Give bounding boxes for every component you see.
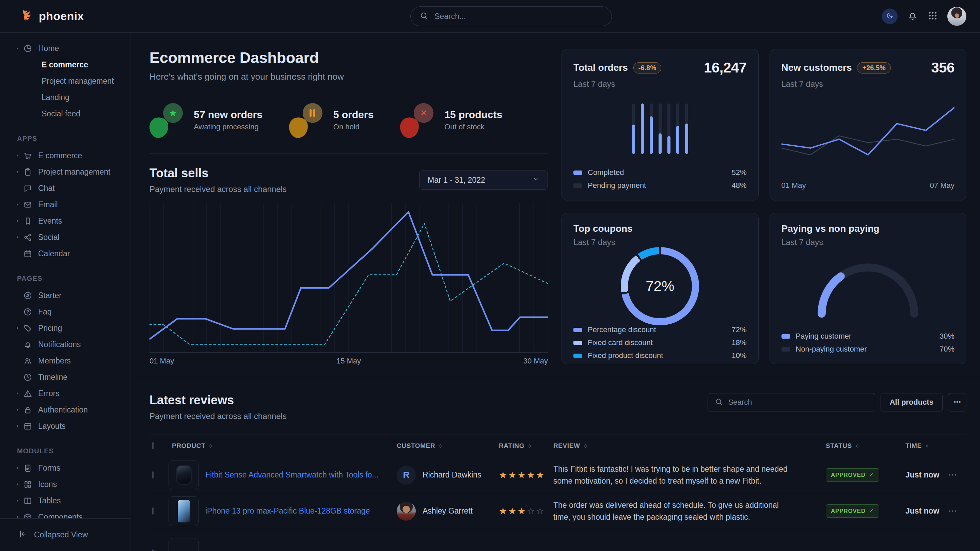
sidebar-item-e-commerce-home[interactable]: E commerce <box>0 57 130 73</box>
row-actions-button[interactable]: ⋯ <box>948 506 966 516</box>
collapse-sidebar-button[interactable]: Collapsed View <box>0 518 130 551</box>
grid4-icon <box>23 480 36 489</box>
legend-label: Paying customer <box>796 332 852 341</box>
sidebar-item-forms[interactable]: Forms <box>0 460 130 476</box>
sidebar-item-social[interactable]: Social <box>0 229 130 245</box>
reviews-search-input[interactable] <box>728 397 868 407</box>
sidebar-item-landing[interactable]: Landing <box>0 89 130 105</box>
row-actions-button[interactable]: ⋯ <box>948 470 966 480</box>
sidebar-item-pricing[interactable]: Pricing <box>0 320 130 336</box>
all-products-button[interactable]: All products <box>881 393 943 411</box>
caret-right-icon <box>16 154 23 157</box>
total-sells-subtitle: Payment received across all channels <box>150 184 287 194</box>
row-checkbox[interactable] <box>152 472 154 478</box>
theme-toggle-button[interactable] <box>882 8 897 24</box>
product-thumbnail[interactable] <box>169 460 199 490</box>
sidebar-item-project-management[interactable]: Project management <box>0 164 130 180</box>
cube-icon <box>23 513 36 519</box>
stat-value: 57 new orders <box>194 109 262 121</box>
legend-label: Non-paying customer <box>796 345 867 354</box>
new-customers-card: New customers +26.5% 356 Last 7 days 01 … <box>770 49 967 200</box>
legend-swatch <box>781 347 790 352</box>
card-value: 356 <box>931 60 955 76</box>
sidebar-item-label: Home <box>38 44 59 53</box>
table-row: iPhone 13 pro max-Pacific Blue-128GB sto… <box>150 493 966 529</box>
product-link[interactable]: iPhone 13 pro max-Pacific Blue-128GB sto… <box>203 505 397 516</box>
column-header-customer[interactable]: CUSTOMER <box>397 442 499 449</box>
sidebar-item-layouts[interactable]: Layouts <box>0 418 130 434</box>
warning-icon <box>23 389 36 398</box>
question-icon <box>23 307 36 316</box>
global-search-input[interactable] <box>434 11 603 21</box>
legend-value: 70% <box>939 345 955 354</box>
reviews-title: Latest reviews <box>150 393 287 407</box>
legend-swatch <box>781 334 790 339</box>
column-header-status[interactable]: STATUS <box>819 442 900 449</box>
stat-caption: Out of stock <box>444 122 502 131</box>
pause-icon <box>303 103 323 123</box>
search-icon <box>715 397 723 407</box>
card-title: Top coupons <box>573 223 633 234</box>
check-icon: ✓ <box>869 472 874 478</box>
select-all-checkbox[interactable] <box>152 442 154 449</box>
sidebar-item-faq[interactable]: Faq <box>0 303 130 320</box>
sidebar-item-components[interactable]: Components <box>0 509 130 518</box>
bell-icon <box>907 10 918 22</box>
sidebar-item-members[interactable]: Members <box>0 353 130 369</box>
product-link[interactable]: Fitbit Sense Advanced Smartwatch with To… <box>203 469 397 480</box>
total-orders-card: Total orders -6.8% 16,247 Last 7 days Co… <box>562 49 759 200</box>
legend-value: 18% <box>732 338 746 347</box>
file-icon <box>23 464 36 473</box>
sidebar-item-calendar[interactable]: Calendar <box>0 245 130 262</box>
phoenix-flame-icon <box>19 8 34 24</box>
divider <box>150 154 548 154</box>
sidebar-item-tables[interactable]: Tables <box>0 492 130 509</box>
star-icon: ★ <box>163 103 183 123</box>
customer-avatar[interactable] <box>397 502 416 521</box>
product-thumbnail[interactable] <box>169 538 199 551</box>
legend-label: Completed <box>588 168 624 177</box>
product-thumbnail[interactable] <box>169 496 199 526</box>
user-avatar[interactable] <box>947 7 966 26</box>
sidebar-item-errors[interactable]: Errors <box>0 385 130 402</box>
column-header-time[interactable]: TIME <box>900 442 948 449</box>
brand-logo[interactable]: phoenix <box>19 8 84 24</box>
column-header-product[interactable]: PRODUCT <box>169 442 397 449</box>
customer-name: Ashley Garrett <box>423 507 473 516</box>
sidebar-item-timeline[interactable]: Timeline <box>0 369 130 385</box>
stat-value: 5 orders <box>333 109 374 121</box>
apps-launcher-button[interactable] <box>928 11 938 22</box>
customer-avatar[interactable]: R <box>397 465 416 484</box>
legend-value: 30% <box>939 332 955 341</box>
orders-bar-chart <box>573 89 747 168</box>
x-tick: 01 May <box>150 357 174 365</box>
legend-label: Pending payment <box>588 181 646 190</box>
sidebar-item-events[interactable]: Events <box>0 213 130 229</box>
row-checkbox[interactable] <box>152 507 154 514</box>
sidebar-item-chat[interactable]: Chat <box>0 180 130 196</box>
reviews-more-button[interactable]: ⋯ <box>948 393 966 411</box>
table-header-row: PRODUCT CUSTOMER RATING REVIEW STATUS TI… <box>150 435 966 457</box>
row-checkbox[interactable] <box>152 549 154 551</box>
sidebar-item-home[interactable]: Home <box>0 40 130 57</box>
sidebar-item-project-management-home[interactable]: Project management <box>0 73 130 89</box>
date-range-select[interactable]: Mar 1 - 31, 2022 <box>419 170 548 190</box>
sidebar-item-authentication[interactable]: Authentication <box>0 402 130 418</box>
column-header-review[interactable]: REVIEW <box>553 442 819 449</box>
notifications-button[interactable] <box>907 10 918 22</box>
sidebar-item-icons[interactable]: Icons <box>0 476 130 492</box>
x-icon: ✕ <box>414 103 433 123</box>
sidebar-item-starter[interactable]: Starter <box>0 287 130 303</box>
legend-swatch <box>573 183 582 188</box>
sidebar-item-social-feed[interactable]: Social feed <box>0 105 130 122</box>
x-tick: 30 May <box>523 357 548 365</box>
sidebar-item-e-commerce[interactable]: E commerce <box>0 148 130 164</box>
sidebar-item-email[interactable]: Email <box>0 196 130 213</box>
sidebar-item-notifications[interactable]: Notifications <box>0 336 130 353</box>
paying-vs-nonpaying-card: Paying vs non paying Last 7 days Paying … <box>770 213 967 364</box>
column-header-rating[interactable]: RATING <box>499 442 553 449</box>
new-customers-line-chart <box>781 98 955 170</box>
caret-right-icon <box>16 235 23 239</box>
stat-on-hold: 5 orders On hold <box>289 102 374 138</box>
card-title: Paying vs non paying <box>781 223 880 234</box>
